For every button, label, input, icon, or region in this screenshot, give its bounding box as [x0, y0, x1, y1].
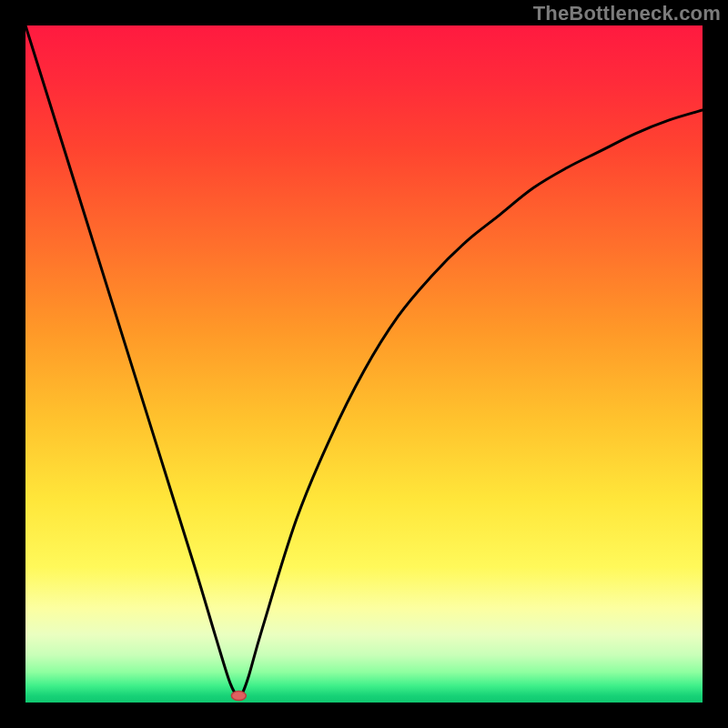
plot-area	[25, 25, 703, 703]
plot-svg	[25, 25, 703, 703]
bottleneck-curve	[25, 25, 703, 696]
minimum-marker	[231, 692, 246, 701]
watermark: TheBottleneck.com	[533, 2, 721, 25]
chart-frame: TheBottleneck.com	[0, 0, 728, 728]
